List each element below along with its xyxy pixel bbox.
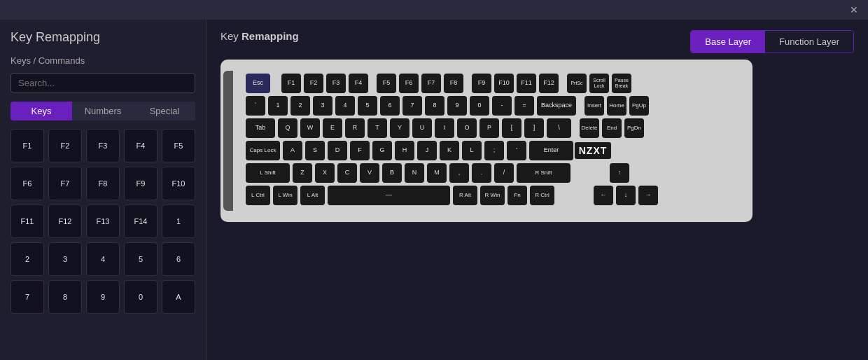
key-slash[interactable]: / bbox=[494, 163, 514, 183]
base-layer-button[interactable]: Base Layer bbox=[691, 31, 765, 53]
key-equals[interactable]: = bbox=[514, 96, 534, 116]
key-lalt[interactable]: L Alt bbox=[300, 186, 325, 205]
key-item[interactable]: F4 bbox=[124, 129, 158, 162]
key-down[interactable]: ↓ bbox=[616, 186, 636, 205]
key-pause[interactable]: Pause Break bbox=[612, 74, 631, 93]
key-space[interactable]: — bbox=[328, 186, 450, 205]
key-t[interactable]: T bbox=[368, 118, 387, 138]
key-o[interactable]: O bbox=[457, 118, 477, 138]
key-q[interactable]: Q bbox=[278, 118, 298, 138]
key-backspace[interactable]: Backspace bbox=[537, 96, 576, 116]
key-c[interactable]: C bbox=[337, 163, 357, 183]
key-esc[interactable]: Esc bbox=[246, 74, 270, 93]
key-6[interactable]: 6 bbox=[380, 96, 400, 116]
key-end[interactable]: End bbox=[602, 118, 622, 138]
key-2[interactable]: 2 bbox=[290, 96, 310, 116]
key-5[interactable]: 5 bbox=[358, 96, 377, 116]
key-right[interactable]: → bbox=[638, 186, 658, 205]
key-up[interactable]: ↑ bbox=[610, 163, 629, 183]
tab-special[interactable]: Special bbox=[134, 102, 195, 120]
key-b[interactable]: B bbox=[382, 163, 402, 183]
function-layer-button[interactable]: Function Layer bbox=[765, 31, 853, 53]
key-rctrl[interactable]: R Ctrl bbox=[530, 186, 554, 205]
key-i[interactable]: I bbox=[435, 118, 454, 138]
key-n[interactable]: N bbox=[405, 163, 424, 183]
key-item[interactable]: 8 bbox=[48, 280, 82, 314]
search-input[interactable] bbox=[10, 73, 195, 93]
key-item[interactable]: F9 bbox=[124, 167, 158, 200]
key-0[interactable]: 0 bbox=[470, 96, 489, 116]
key-item[interactable]: F3 bbox=[86, 129, 120, 162]
key-y[interactable]: Y bbox=[390, 118, 410, 138]
key-item[interactable]: F5 bbox=[162, 129, 195, 162]
key-z[interactable]: Z bbox=[293, 163, 312, 183]
key-item[interactable]: F11 bbox=[10, 205, 44, 238]
key-item[interactable]: F14 bbox=[124, 205, 158, 238]
key-item[interactable]: 4 bbox=[86, 242, 120, 276]
key-ralt[interactable]: R Alt bbox=[453, 186, 477, 205]
key-scroll-lock[interactable]: Scroll Lock bbox=[589, 74, 609, 93]
key-d[interactable]: D bbox=[328, 141, 347, 160]
key-prtsc[interactable]: PrtSc bbox=[567, 74, 587, 93]
key-period[interactable]: . bbox=[472, 163, 491, 183]
key-f8[interactable]: F8 bbox=[444, 74, 463, 93]
key-8[interactable]: 8 bbox=[425, 96, 444, 116]
key-9[interactable]: 9 bbox=[447, 96, 467, 116]
key-item[interactable]: 2 bbox=[10, 242, 44, 276]
key-k[interactable]: K bbox=[440, 141, 459, 160]
key-item[interactable]: F10 bbox=[162, 167, 195, 200]
key-item[interactable]: 9 bbox=[86, 280, 120, 314]
key-item[interactable]: 1 bbox=[162, 205, 195, 238]
key-lshift[interactable]: L Shift bbox=[246, 163, 290, 183]
key-item[interactable]: F1 bbox=[10, 129, 44, 162]
key-item[interactable]: 6 bbox=[162, 242, 195, 276]
key-capslock[interactable]: Caps Lock bbox=[246, 141, 280, 160]
key-rwin[interactable]: R Win bbox=[480, 186, 505, 205]
key-f1[interactable]: F1 bbox=[281, 74, 301, 93]
key-insert[interactable]: Insert bbox=[584, 96, 604, 116]
key-item[interactable]: 7 bbox=[10, 280, 44, 314]
key-m[interactable]: M bbox=[427, 163, 447, 183]
key-backtick[interactable]: ` bbox=[246, 96, 265, 116]
key-enter[interactable]: Enter bbox=[529, 141, 573, 160]
key-item[interactable]: F6 bbox=[10, 167, 44, 200]
key-item[interactable]: F13 bbox=[86, 205, 120, 238]
key-f12[interactable]: F12 bbox=[539, 74, 559, 93]
key-s[interactable]: S bbox=[305, 141, 325, 160]
key-f3[interactable]: F3 bbox=[326, 74, 346, 93]
key-quote[interactable]: ' bbox=[507, 141, 526, 160]
key-f4[interactable]: F4 bbox=[349, 74, 368, 93]
key-fn[interactable]: Fn bbox=[507, 186, 527, 205]
key-item[interactable]: F12 bbox=[48, 205, 82, 238]
key-lwin[interactable]: L Win bbox=[273, 186, 298, 205]
key-rbracket[interactable]: ] bbox=[524, 118, 544, 138]
key-x[interactable]: X bbox=[315, 163, 335, 183]
key-a[interactable]: A bbox=[283, 141, 302, 160]
key-item[interactable]: A bbox=[162, 280, 195, 314]
key-p[interactable]: P bbox=[479, 118, 499, 138]
key-f[interactable]: F bbox=[350, 141, 370, 160]
key-pgup[interactable]: PgUp bbox=[629, 96, 649, 116]
key-f7[interactable]: F7 bbox=[421, 74, 441, 93]
key-1[interactable]: 1 bbox=[268, 96, 288, 116]
key-f9[interactable]: F9 bbox=[472, 74, 491, 93]
key-item[interactable]: 3 bbox=[48, 242, 82, 276]
key-g[interactable]: G bbox=[372, 141, 392, 160]
key-w[interactable]: W bbox=[300, 118, 320, 138]
key-item[interactable]: 0 bbox=[124, 280, 158, 314]
key-lbracket[interactable]: [ bbox=[502, 118, 522, 138]
key-item[interactable]: F2 bbox=[48, 129, 82, 162]
key-item[interactable]: F7 bbox=[48, 167, 82, 200]
key-tab[interactable]: Tab bbox=[246, 118, 275, 138]
key-f2[interactable]: F2 bbox=[304, 74, 323, 93]
tab-numbers[interactable]: Numbers bbox=[72, 102, 134, 120]
key-f10[interactable]: F10 bbox=[494, 74, 514, 93]
key-u[interactable]: U bbox=[412, 118, 432, 138]
close-button[interactable]: ✕ bbox=[847, 3, 861, 17]
key-f6[interactable]: F6 bbox=[399, 74, 419, 93]
key-e[interactable]: E bbox=[323, 118, 342, 138]
key-delete[interactable]: Delete bbox=[580, 118, 599, 138]
key-j[interactable]: J bbox=[417, 141, 437, 160]
key-l[interactable]: L bbox=[462, 141, 482, 160]
key-r[interactable]: R bbox=[345, 118, 365, 138]
